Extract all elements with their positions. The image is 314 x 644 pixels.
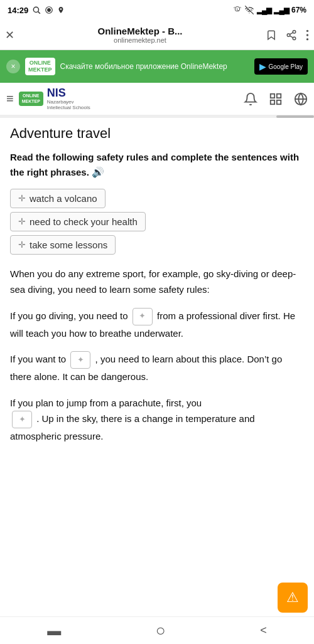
signal-bars: ▂▄▆: [257, 6, 272, 14]
nis-label: NIS: [47, 87, 97, 100]
url-area: OnlineMektep - B... onlinemektep.net: [19, 26, 261, 44]
globe-icon[interactable]: [294, 92, 308, 106]
scroll-thumb: [276, 115, 314, 118]
home-button[interactable]: ○: [156, 621, 166, 640]
scroll-indicator: [0, 115, 314, 118]
page-title: Adventure travel: [10, 125, 304, 142]
more-menu-icon[interactable]: [306, 29, 309, 41]
alert-fab-button[interactable]: ⚠: [278, 583, 308, 613]
intro-paragraph: When you do any extreme sport, for examp…: [10, 266, 304, 298]
status-right: ▂▄▆ ▂▄▆ 67%: [233, 6, 306, 14]
drag-item-0[interactable]: ✛ watch a volcano: [10, 189, 106, 208]
banner-close-button[interactable]: ×: [6, 60, 20, 73]
svg-point-4: [293, 30, 296, 33]
location-icon: [57, 6, 65, 14]
nis-logo-area: NIS Nazarbayev Intellectual Schools: [47, 87, 97, 111]
wifi-icon: [244, 6, 254, 14]
blank-3[interactable]: ✦: [12, 411, 32, 428]
search-status-icon: [32, 6, 41, 14]
browser-url: onlinemektep.net: [114, 36, 166, 44]
svg-point-0: [34, 7, 39, 12]
browser-bar: ✕ OnlineMektep - B... onlinemektep.net: [0, 20, 314, 50]
share-icon[interactable]: [286, 29, 297, 41]
drag-item-label-0: watch a volcano: [30, 193, 97, 204]
nis-subtitle: Nazarbayev Intellectual Schools: [47, 100, 97, 111]
svg-line-8: [290, 32, 293, 34]
sentence-1: If you go diving, you need to ✦ from a p…: [10, 308, 304, 342]
bell-icon[interactable]: [244, 92, 257, 106]
signal-bars2: ▂▄▆: [274, 6, 289, 14]
svg-point-9: [306, 29, 308, 31]
nav-right-icons: [244, 92, 308, 106]
drag-item-label-1: need to check your health: [30, 216, 138, 227]
svg-line-7: [290, 36, 293, 38]
promo-banner: × ONLINE MEKTEP Скачайте мобильное прило…: [0, 50, 314, 83]
logo-area: ONLINE MEKTEP NIS Nazarbayev Intellectua…: [19, 87, 97, 111]
google-play-button[interactable]: ▶ Google Play: [254, 58, 308, 75]
battery-text: 67%: [291, 6, 306, 14]
status-bar: 14:29 ▂▄▆ ▂▄▆ 67%: [0, 0, 314, 20]
main-content: Adventure travel Read the following safe…: [0, 119, 314, 467]
battery-display: 67%: [291, 6, 306, 14]
hamburger-menu-icon[interactable]: ≡: [6, 92, 14, 106]
online-mektep-logo: ONLINE MEKTEP: [19, 92, 43, 106]
blank-2[interactable]: ✦: [70, 351, 90, 369]
play-triangle-icon: ▶: [259, 61, 266, 71]
blank-1[interactable]: ✦: [133, 308, 153, 325]
drag-handle-icon: ✛: [18, 193, 26, 203]
banner-logo: ONLINE MEKTEP: [25, 58, 55, 75]
bottom-nav: ▬ ○ <: [0, 616, 314, 644]
bookmark-icon[interactable]: [266, 29, 277, 41]
banner-text: Скачайте мобильное приложение OnlineMekt…: [60, 61, 249, 72]
svg-point-11: [306, 38, 308, 40]
nav-bar: ≡ ONLINE MEKTEP NIS Nazarbayev Intellect…: [0, 83, 314, 115]
drag-items-list: ✛ watch a volcano ✛ need to check your h…: [10, 189, 304, 255]
sentence-3: If you plan to jump from a parachute, fi…: [10, 395, 304, 445]
alarm-icon: [233, 6, 242, 14]
svg-point-6: [293, 37, 296, 40]
browser-close-button[interactable]: ✕: [5, 28, 14, 42]
record-icon: [45, 6, 53, 14]
svg-rect-12: [271, 93, 274, 97]
drag-handle-icon-1: ✛: [18, 216, 26, 226]
drag-item-label-2: take some lessons: [30, 240, 107, 250]
exercise-instruction: Read the following safety rules and comp…: [10, 150, 304, 180]
svg-rect-14: [271, 100, 274, 103]
browser-title: OnlineMektep - B...: [97, 26, 182, 36]
google-play-label: Google Play: [269, 63, 303, 70]
grid-icon[interactable]: [269, 92, 283, 106]
speaker-icon[interactable]: 🔊: [92, 167, 104, 177]
drag-item-1[interactable]: ✛ need to check your health: [10, 212, 146, 231]
warning-icon: ⚠: [286, 589, 299, 606]
time-display: 14:29: [8, 6, 28, 15]
drag-handle-icon-2: ✛: [18, 240, 26, 250]
recent-apps-button[interactable]: ▬: [47, 623, 61, 639]
svg-line-1: [38, 12, 40, 14]
svg-rect-15: [277, 100, 281, 103]
svg-point-3: [47, 8, 51, 12]
back-button[interactable]: <: [260, 624, 267, 637]
drag-item-2[interactable]: ✛ take some lessons: [10, 235, 116, 255]
status-left: 14:29: [8, 6, 65, 15]
svg-point-10: [306, 34, 308, 36]
browser-action-icons: [266, 29, 309, 41]
sentence-2: If you want to ✦ , you need to learn abo…: [10, 351, 304, 385]
svg-point-5: [287, 33, 290, 36]
svg-rect-13: [277, 93, 281, 97]
